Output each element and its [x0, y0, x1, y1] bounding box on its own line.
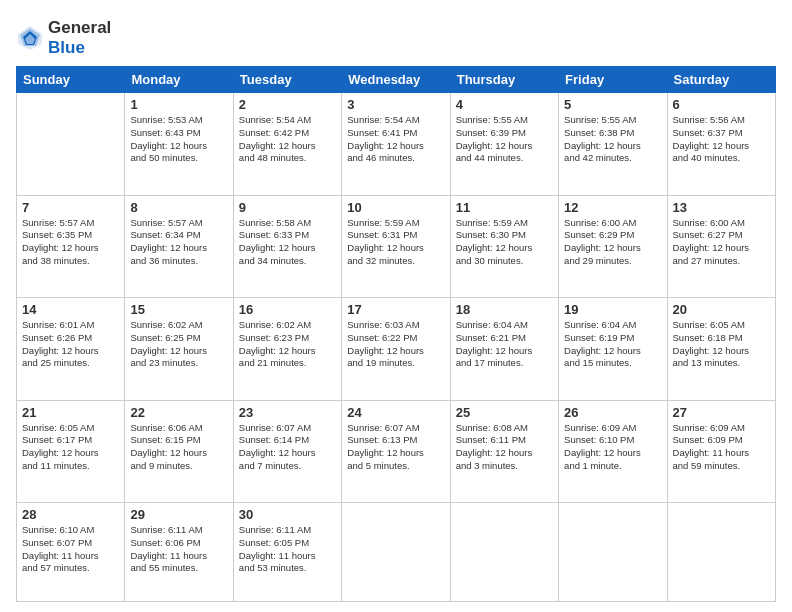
calendar-cell: 10Sunrise: 5:59 AM Sunset: 6:31 PM Dayli…	[342, 195, 450, 298]
calendar-cell	[450, 503, 558, 602]
calendar-cell: 12Sunrise: 6:00 AM Sunset: 6:29 PM Dayli…	[559, 195, 667, 298]
weekday-header-wednesday: Wednesday	[342, 67, 450, 93]
day-number: 3	[347, 97, 444, 112]
day-number: 14	[22, 302, 119, 317]
calendar-cell	[342, 503, 450, 602]
calendar-cell	[559, 503, 667, 602]
day-info: Sunrise: 6:09 AM Sunset: 6:09 PM Dayligh…	[673, 422, 770, 473]
day-info: Sunrise: 5:59 AM Sunset: 6:31 PM Dayligh…	[347, 217, 444, 268]
day-info: Sunrise: 6:00 AM Sunset: 6:29 PM Dayligh…	[564, 217, 661, 268]
day-info: Sunrise: 6:10 AM Sunset: 6:07 PM Dayligh…	[22, 524, 119, 575]
day-info: Sunrise: 6:00 AM Sunset: 6:27 PM Dayligh…	[673, 217, 770, 268]
calendar-week-3: 14Sunrise: 6:01 AM Sunset: 6:26 PM Dayli…	[17, 298, 776, 401]
day-number: 17	[347, 302, 444, 317]
calendar-cell: 27Sunrise: 6:09 AM Sunset: 6:09 PM Dayli…	[667, 400, 775, 503]
weekday-header-saturday: Saturday	[667, 67, 775, 93]
day-number: 13	[673, 200, 770, 215]
day-number: 2	[239, 97, 336, 112]
day-number: 20	[673, 302, 770, 317]
day-info: Sunrise: 6:11 AM Sunset: 6:05 PM Dayligh…	[239, 524, 336, 575]
day-info: Sunrise: 5:56 AM Sunset: 6:37 PM Dayligh…	[673, 114, 770, 165]
weekday-header-row: SundayMondayTuesdayWednesdayThursdayFrid…	[17, 67, 776, 93]
weekday-header-sunday: Sunday	[17, 67, 125, 93]
day-info: Sunrise: 6:05 AM Sunset: 6:18 PM Dayligh…	[673, 319, 770, 370]
weekday-header-monday: Monday	[125, 67, 233, 93]
calendar-cell: 18Sunrise: 6:04 AM Sunset: 6:21 PM Dayli…	[450, 298, 558, 401]
weekday-header-thursday: Thursday	[450, 67, 558, 93]
day-info: Sunrise: 5:54 AM Sunset: 6:41 PM Dayligh…	[347, 114, 444, 165]
day-info: Sunrise: 5:55 AM Sunset: 6:38 PM Dayligh…	[564, 114, 661, 165]
day-info: Sunrise: 6:07 AM Sunset: 6:14 PM Dayligh…	[239, 422, 336, 473]
day-number: 30	[239, 507, 336, 522]
calendar-cell	[667, 503, 775, 602]
calendar-cell: 19Sunrise: 6:04 AM Sunset: 6:19 PM Dayli…	[559, 298, 667, 401]
day-info: Sunrise: 6:01 AM Sunset: 6:26 PM Dayligh…	[22, 319, 119, 370]
day-number: 23	[239, 405, 336, 420]
logo: General Blue	[16, 18, 111, 58]
day-number: 10	[347, 200, 444, 215]
calendar-week-5: 28Sunrise: 6:10 AM Sunset: 6:07 PM Dayli…	[17, 503, 776, 602]
day-number: 1	[130, 97, 227, 112]
calendar-cell: 8Sunrise: 5:57 AM Sunset: 6:34 PM Daylig…	[125, 195, 233, 298]
day-info: Sunrise: 6:08 AM Sunset: 6:11 PM Dayligh…	[456, 422, 553, 473]
day-info: Sunrise: 5:54 AM Sunset: 6:42 PM Dayligh…	[239, 114, 336, 165]
calendar-cell: 22Sunrise: 6:06 AM Sunset: 6:15 PM Dayli…	[125, 400, 233, 503]
day-number: 26	[564, 405, 661, 420]
day-number: 25	[456, 405, 553, 420]
calendar-cell: 16Sunrise: 6:02 AM Sunset: 6:23 PM Dayli…	[233, 298, 341, 401]
calendar-cell: 24Sunrise: 6:07 AM Sunset: 6:13 PM Dayli…	[342, 400, 450, 503]
calendar-cell: 20Sunrise: 6:05 AM Sunset: 6:18 PM Dayli…	[667, 298, 775, 401]
calendar-cell: 23Sunrise: 6:07 AM Sunset: 6:14 PM Dayli…	[233, 400, 341, 503]
calendar-cell: 3Sunrise: 5:54 AM Sunset: 6:41 PM Daylig…	[342, 93, 450, 196]
calendar-week-1: 1Sunrise: 5:53 AM Sunset: 6:43 PM Daylig…	[17, 93, 776, 196]
logo-text: General Blue	[48, 18, 111, 58]
calendar-cell: 29Sunrise: 6:11 AM Sunset: 6:06 PM Dayli…	[125, 503, 233, 602]
day-number: 15	[130, 302, 227, 317]
calendar-table: SundayMondayTuesdayWednesdayThursdayFrid…	[16, 66, 776, 602]
calendar-cell: 11Sunrise: 5:59 AM Sunset: 6:30 PM Dayli…	[450, 195, 558, 298]
calendar-cell: 9Sunrise: 5:58 AM Sunset: 6:33 PM Daylig…	[233, 195, 341, 298]
calendar-cell: 4Sunrise: 5:55 AM Sunset: 6:39 PM Daylig…	[450, 93, 558, 196]
calendar-cell: 28Sunrise: 6:10 AM Sunset: 6:07 PM Dayli…	[17, 503, 125, 602]
day-info: Sunrise: 6:09 AM Sunset: 6:10 PM Dayligh…	[564, 422, 661, 473]
day-number: 27	[673, 405, 770, 420]
day-number: 21	[22, 405, 119, 420]
header: General Blue	[16, 14, 776, 58]
calendar-cell: 17Sunrise: 6:03 AM Sunset: 6:22 PM Dayli…	[342, 298, 450, 401]
calendar-cell: 25Sunrise: 6:08 AM Sunset: 6:11 PM Dayli…	[450, 400, 558, 503]
day-number: 22	[130, 405, 227, 420]
day-number: 5	[564, 97, 661, 112]
day-number: 8	[130, 200, 227, 215]
calendar-cell: 2Sunrise: 5:54 AM Sunset: 6:42 PM Daylig…	[233, 93, 341, 196]
day-info: Sunrise: 5:57 AM Sunset: 6:35 PM Dayligh…	[22, 217, 119, 268]
calendar-cell: 1Sunrise: 5:53 AM Sunset: 6:43 PM Daylig…	[125, 93, 233, 196]
day-number: 7	[22, 200, 119, 215]
calendar-cell: 14Sunrise: 6:01 AM Sunset: 6:26 PM Dayli…	[17, 298, 125, 401]
day-number: 9	[239, 200, 336, 215]
weekday-header-tuesday: Tuesday	[233, 67, 341, 93]
day-info: Sunrise: 5:55 AM Sunset: 6:39 PM Dayligh…	[456, 114, 553, 165]
day-number: 24	[347, 405, 444, 420]
day-info: Sunrise: 6:07 AM Sunset: 6:13 PM Dayligh…	[347, 422, 444, 473]
logo-icon	[16, 24, 44, 52]
day-info: Sunrise: 5:53 AM Sunset: 6:43 PM Dayligh…	[130, 114, 227, 165]
calendar-week-4: 21Sunrise: 6:05 AM Sunset: 6:17 PM Dayli…	[17, 400, 776, 503]
calendar-cell: 13Sunrise: 6:00 AM Sunset: 6:27 PM Dayli…	[667, 195, 775, 298]
day-number: 11	[456, 200, 553, 215]
calendar-cell	[17, 93, 125, 196]
page: General Blue SundayMondayTuesdayWednesda…	[0, 0, 792, 612]
day-info: Sunrise: 6:02 AM Sunset: 6:25 PM Dayligh…	[130, 319, 227, 370]
day-number: 29	[130, 507, 227, 522]
day-info: Sunrise: 5:58 AM Sunset: 6:33 PM Dayligh…	[239, 217, 336, 268]
day-info: Sunrise: 6:04 AM Sunset: 6:21 PM Dayligh…	[456, 319, 553, 370]
day-info: Sunrise: 6:04 AM Sunset: 6:19 PM Dayligh…	[564, 319, 661, 370]
calendar-cell: 30Sunrise: 6:11 AM Sunset: 6:05 PM Dayli…	[233, 503, 341, 602]
calendar-cell: 26Sunrise: 6:09 AM Sunset: 6:10 PM Dayli…	[559, 400, 667, 503]
calendar-week-2: 7Sunrise: 5:57 AM Sunset: 6:35 PM Daylig…	[17, 195, 776, 298]
day-info: Sunrise: 5:59 AM Sunset: 6:30 PM Dayligh…	[456, 217, 553, 268]
day-number: 19	[564, 302, 661, 317]
calendar-cell: 21Sunrise: 6:05 AM Sunset: 6:17 PM Dayli…	[17, 400, 125, 503]
day-info: Sunrise: 6:05 AM Sunset: 6:17 PM Dayligh…	[22, 422, 119, 473]
day-info: Sunrise: 6:02 AM Sunset: 6:23 PM Dayligh…	[239, 319, 336, 370]
calendar-cell: 6Sunrise: 5:56 AM Sunset: 6:37 PM Daylig…	[667, 93, 775, 196]
